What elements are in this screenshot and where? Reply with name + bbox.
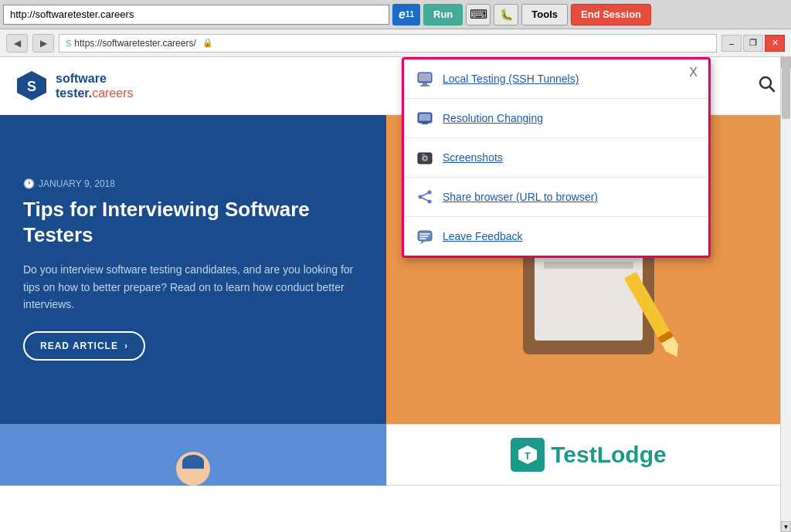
svg-text:S: S	[27, 79, 36, 94]
leave-feedback-text: Leave Feedback	[443, 230, 523, 242]
logo-software: software	[56, 72, 107, 85]
dropdown-close-button[interactable]: X	[684, 64, 702, 81]
tools-dropdown: X Local Testing (SSH Tunnels)	[402, 57, 711, 258]
dropdown-item-share-browser[interactable]: Share browser (URL to browser)	[404, 178, 708, 217]
site-logo: S software tester.careers	[15, 69, 134, 102]
browser-url-text: https://softwaretester.careers/	[74, 38, 195, 49]
svg-rect-9	[419, 73, 431, 81]
svg-point-21	[428, 200, 432, 204]
dropdown-item-local-testing[interactable]: Local Testing (SSH Tunnels)	[404, 59, 708, 99]
svg-rect-7	[423, 83, 427, 85]
svg-line-23	[422, 198, 428, 201]
testlodge-text: TestLodge	[551, 442, 666, 468]
bottom-section: T TestLodge	[0, 424, 791, 486]
testlodge-icon: T	[511, 438, 545, 472]
svg-rect-13	[419, 114, 430, 120]
run-button[interactable]: Run	[423, 4, 463, 25]
tools-button[interactable]: Tools	[521, 4, 568, 25]
back-button[interactable]: ◀	[6, 34, 28, 53]
clock-icon: 🕐	[23, 178, 35, 189]
paper-line-3	[544, 262, 633, 269]
svg-point-19	[428, 191, 432, 195]
window-restore[interactable]: ❐	[743, 35, 763, 52]
article-date: 🕐 JANUARY 9, 2018	[23, 178, 363, 189]
bottom-right-strip: T TestLodge	[386, 424, 791, 486]
ie-badge: e 11	[392, 4, 420, 25]
forward-button[interactable]: ▶	[32, 34, 54, 53]
screenshots-text: Screenshots	[443, 151, 503, 164]
ie-version: 11	[406, 10, 414, 19]
leave-feedback-icon	[416, 228, 433, 245]
read-article-button[interactable]: READ ARTICLE ›	[23, 331, 145, 361]
svg-point-20	[419, 195, 423, 199]
dropdown-item-leave-feedback[interactable]: Leave Feedback	[404, 217, 708, 256]
local-testing-text: Local Testing (SSH Tunnels)	[443, 73, 579, 85]
bottom-left-strip	[0, 424, 386, 486]
window-minimize[interactable]: –	[721, 35, 742, 52]
keyboard-icon[interactable]: ⌨	[466, 4, 491, 25]
browser-url-bar[interactable]: S https://softwaretester.careers/ 🔒	[59, 34, 717, 53]
svg-text:T: T	[525, 451, 531, 462]
ie-e: e	[399, 8, 406, 22]
dropdown-item-screenshots[interactable]: Screenshots	[404, 138, 708, 178]
svg-rect-18	[422, 154, 425, 155]
article-title: Tips for Interviewing Software Testers	[23, 197, 363, 249]
share-browser-text: Share browser (URL to browser)	[443, 191, 598, 203]
character	[174, 432, 212, 486]
local-testing-icon	[416, 70, 433, 87]
logo-tester: tester.	[56, 86, 92, 100]
svg-line-22	[422, 193, 428, 196]
end-session-button[interactable]: End Session	[571, 4, 651, 25]
scrollbar-down-button[interactable]: ▼	[781, 521, 791, 532]
scrollbar-thumb[interactable]	[782, 57, 790, 119]
arrow-icon: ›	[124, 341, 128, 351]
browser-chrome: ◀ ▶ S https://softwaretester.careers/ 🔒 …	[0, 29, 791, 57]
character-area	[0, 424, 386, 486]
svg-line-3	[770, 87, 775, 92]
character-hair	[182, 455, 204, 469]
svg-rect-11	[422, 123, 428, 124]
hero-left: 🕐 JANUARY 9, 2018 Tips for Interviewing …	[0, 115, 386, 424]
article-desc: Do you interview software testing candid…	[23, 261, 363, 313]
svg-rect-8	[420, 85, 429, 86]
resolution-icon	[416, 110, 433, 127]
top-toolbar: e 11 Run ⌨ 🐛 Tools End Session	[0, 0, 791, 29]
screenshots-icon	[416, 149, 433, 166]
bug-icon[interactable]: 🐛	[494, 4, 518, 25]
logo-icon: S	[15, 69, 48, 102]
search-icon[interactable]	[757, 74, 776, 97]
share-browser-icon	[416, 188, 433, 205]
svg-point-17	[424, 158, 426, 160]
testlodge-logo: T TestLodge	[511, 438, 666, 472]
resolution-text: Resolution Changing	[443, 112, 543, 124]
scrollbar: ▲ ▼	[780, 57, 791, 532]
url-input[interactable]	[3, 5, 389, 25]
logo-text: software tester.careers	[56, 71, 134, 100]
dropdown-item-resolution[interactable]: Resolution Changing	[404, 99, 708, 138]
logo-careers: careers	[92, 86, 133, 100]
page-content: S software tester.careers 🕐	[0, 57, 791, 532]
character-head	[176, 452, 210, 486]
window-close[interactable]: ✕	[765, 35, 785, 52]
